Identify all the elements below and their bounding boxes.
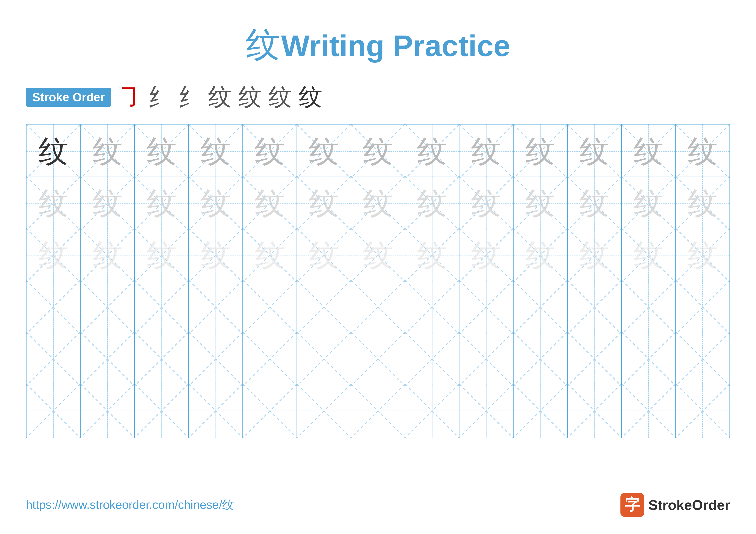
grid-cell[interactable] <box>567 280 622 334</box>
grid-cell[interactable] <box>513 332 567 386</box>
grid-cell[interactable] <box>26 332 80 386</box>
grid-cell[interactable]: 纹 <box>134 124 189 178</box>
grid-character: 纹 <box>147 136 177 166</box>
grid-cell[interactable]: 纹 <box>80 124 134 178</box>
grid-cell[interactable] <box>80 280 134 334</box>
grid-cell[interactable]: 纹 <box>26 176 80 230</box>
svg-line-124 <box>568 332 621 386</box>
stroke-step-6: 纹 <box>269 81 292 113</box>
grid-cell[interactable]: 纹 <box>189 228 243 282</box>
grid-cell[interactable] <box>622 280 676 334</box>
grid-cell[interactable]: 纹 <box>243 228 297 282</box>
grid-character: 纹 <box>39 240 68 270</box>
grid-cell[interactable]: 纹 <box>622 176 676 230</box>
grid-cell[interactable] <box>80 384 134 438</box>
grid-cell[interactable] <box>189 384 243 438</box>
grid-cell[interactable] <box>134 280 189 334</box>
grid-cell[interactable]: 纹 <box>567 228 622 282</box>
grid-cell[interactable] <box>405 384 459 438</box>
grid-cell[interactable] <box>297 332 351 386</box>
svg-line-145 <box>405 384 459 438</box>
grid-cell[interactable] <box>622 332 676 386</box>
grid-cell[interactable]: 纹 <box>622 228 676 282</box>
grid-character: 纹 <box>471 136 501 166</box>
grid-cell[interactable]: 纹 <box>676 124 730 178</box>
grid-cell[interactable] <box>459 280 513 334</box>
grid-cell[interactable] <box>26 280 80 334</box>
grid-cell[interactable] <box>134 384 189 438</box>
grid-cell[interactable]: 纹 <box>243 176 297 230</box>
grid-cell[interactable] <box>567 332 622 386</box>
svg-line-86 <box>243 280 297 334</box>
grid-cell[interactable] <box>351 384 405 438</box>
svg-line-120 <box>459 332 513 386</box>
grid-cell[interactable] <box>513 384 567 438</box>
grid-cell[interactable] <box>459 384 513 438</box>
grid-cell[interactable]: 纹 <box>189 176 243 230</box>
grid-cell[interactable]: 纹 <box>676 176 730 230</box>
grid-cell[interactable]: 纹 <box>134 176 189 230</box>
svg-line-83 <box>135 280 188 334</box>
grid-cell[interactable]: 纹 <box>297 228 351 282</box>
grid-cell[interactable] <box>26 384 80 438</box>
grid-cell[interactable] <box>297 280 351 334</box>
svg-line-85 <box>189 280 242 334</box>
grid-cell[interactable]: 纹 <box>567 124 622 178</box>
grid-cell[interactable]: 纹 <box>459 124 513 178</box>
grid-cell[interactable]: 纹 <box>459 176 513 230</box>
svg-line-125 <box>568 332 621 386</box>
grid-cell[interactable]: 纹 <box>567 176 622 230</box>
grid-cell[interactable] <box>405 332 459 386</box>
grid-cell[interactable]: 纹 <box>80 228 134 282</box>
grid-character: 纹 <box>688 188 717 218</box>
svg-line-99 <box>568 280 621 334</box>
grid-cell[interactable]: 纹 <box>189 124 243 178</box>
grid-cell[interactable] <box>189 280 243 334</box>
grid-cell[interactable]: 纹 <box>351 124 405 178</box>
grid-cell[interactable] <box>676 332 730 386</box>
practice-grid: 纹 纹 纹 纹 纹 纹 纹 纹 <box>26 124 730 436</box>
grid-cell[interactable]: 纹 <box>676 228 730 282</box>
grid-cell[interactable]: 纹 <box>26 124 80 178</box>
grid-cell[interactable] <box>80 332 134 386</box>
grid-cell[interactable]: 纹 <box>405 228 459 282</box>
grid-cell[interactable] <box>459 332 513 386</box>
grid-cell[interactable]: 纹 <box>243 124 297 178</box>
grid-cell[interactable] <box>351 280 405 334</box>
grid-cell[interactable]: 纹 <box>134 228 189 282</box>
grid-character: 纹 <box>634 188 663 218</box>
grid-cell[interactable]: 纹 <box>351 228 405 282</box>
grid-cell[interactable]: 纹 <box>351 176 405 230</box>
grid-cell[interactable] <box>189 332 243 386</box>
grid-cell[interactable] <box>622 384 676 438</box>
grid-cell[interactable] <box>513 280 567 334</box>
grid-cell[interactable] <box>676 384 730 438</box>
grid-cell[interactable] <box>351 332 405 386</box>
svg-line-113 <box>243 332 297 386</box>
grid-cell[interactable] <box>243 332 297 386</box>
stroke-step-5: 纹 <box>238 81 262 113</box>
grid-character: 纹 <box>201 136 231 166</box>
grid-cell[interactable] <box>567 384 622 438</box>
grid-cell[interactable]: 纹 <box>405 176 459 230</box>
grid-cell[interactable] <box>297 384 351 438</box>
svg-line-141 <box>297 384 351 438</box>
grid-cell[interactable] <box>243 280 297 334</box>
svg-line-133 <box>81 384 134 438</box>
grid-cell[interactable]: 纹 <box>405 124 459 178</box>
grid-character: 纹 <box>309 188 339 218</box>
grid-cell[interactable]: 纹 <box>297 176 351 230</box>
grid-cell[interactable] <box>405 280 459 334</box>
grid-cell[interactable]: 纹 <box>459 228 513 282</box>
grid-cell[interactable] <box>243 384 297 438</box>
grid-cell[interactable]: 纹 <box>80 176 134 230</box>
grid-cell[interactable] <box>134 332 189 386</box>
grid-cell[interactable]: 纹 <box>513 228 567 282</box>
grid-cell[interactable]: 纹 <box>297 124 351 178</box>
grid-cell[interactable]: 纹 <box>622 124 676 178</box>
grid-cell[interactable]: 纹 <box>513 124 567 178</box>
svg-line-146 <box>459 384 513 438</box>
grid-cell[interactable] <box>676 280 730 334</box>
grid-cell[interactable]: 纹 <box>513 176 567 230</box>
grid-cell[interactable]: 纹 <box>26 228 80 282</box>
